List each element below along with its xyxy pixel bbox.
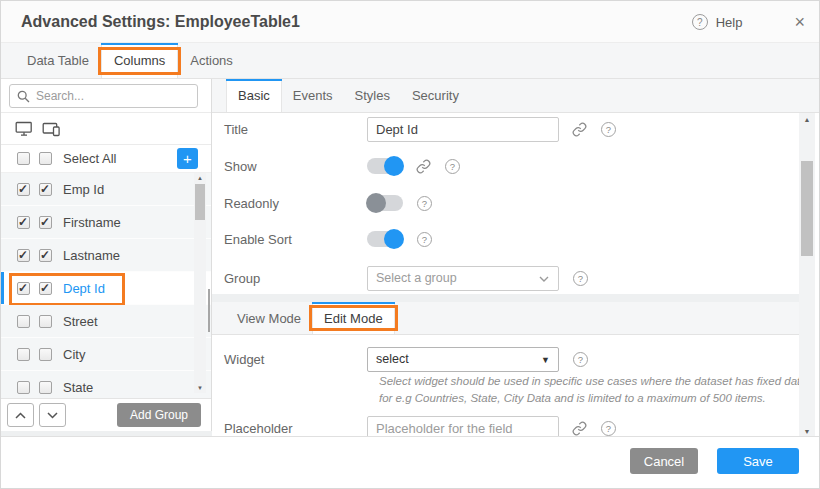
tab-view-mode[interactable]: View Mode	[226, 302, 312, 334]
column-row-city[interactable]: ✓ ✓ City	[1, 338, 211, 371]
show-label: Show	[224, 159, 367, 174]
widget-select-value: select	[376, 352, 409, 366]
web-checkbox[interactable]: ✓	[17, 282, 30, 295]
select-all-row[interactable]: ✓ ✓ Select All +	[1, 145, 211, 173]
help-icon[interactable]: ?	[417, 196, 432, 211]
close-icon[interactable]: ×	[794, 13, 805, 31]
advanced-settings-dialog: Advanced Settings: EmployeeTable1 ? Help…	[0, 0, 820, 489]
widget-help-text: Select widget should be used in specific…	[379, 373, 819, 408]
tab-edit-mode[interactable]: Edit Mode	[312, 302, 395, 334]
placeholder-input[interactable]	[367, 416, 559, 439]
help-icon[interactable]: ?	[692, 14, 708, 30]
help-icon[interactable]: ?	[417, 232, 432, 247]
enable-sort-toggle[interactable]	[367, 231, 403, 247]
move-down-button[interactable]	[39, 403, 66, 427]
column-label: State	[63, 380, 93, 395]
column-label: Firstname	[63, 215, 121, 230]
web-checkbox[interactable]: ✓	[17, 348, 30, 361]
scroll-up-icon[interactable]: ▲	[194, 175, 206, 181]
help-icon[interactable]: ?	[601, 122, 616, 137]
tab-events[interactable]: Events	[282, 79, 344, 112]
column-row-firstname[interactable]: ✓ ✓ Firstname	[1, 206, 211, 239]
panel-scrollbar[interactable]: ▲ ▼	[799, 113, 815, 438]
tab-label: Columns	[114, 53, 165, 68]
show-toggle[interactable]	[367, 158, 403, 174]
column-label: City	[63, 347, 85, 362]
sidebar-scrollbar[interactable]: ▲ ▼	[194, 173, 206, 393]
web-checkbox[interactable]: ✓	[17, 183, 30, 196]
group-label: Group	[224, 271, 367, 286]
column-row-state[interactable]: ✓ ✓ State	[1, 371, 211, 398]
sidebar-footer: Add Group	[1, 398, 211, 431]
column-row-street[interactable]: ✓ ✓ Street	[1, 305, 211, 338]
help-icon[interactable]: ?	[601, 421, 616, 436]
column-row-lastname[interactable]: ✓ ✓ Lastname	[1, 239, 211, 272]
help-icon[interactable]: ?	[573, 271, 588, 286]
search-field[interactable]	[9, 84, 198, 108]
column-settings-panel: Basic Events Styles Security Title ? Sho…	[212, 79, 819, 438]
mobile-checkbox[interactable]: ✓	[39, 183, 52, 196]
mobile-checkbox[interactable]: ✓	[39, 282, 52, 295]
scrollbar-thumb[interactable]	[195, 184, 205, 220]
web-checkbox[interactable]: ✓	[17, 315, 30, 328]
move-up-button[interactable]	[7, 403, 34, 427]
tab-actions[interactable]: Actions	[178, 43, 245, 78]
sidebar-thin-scrollbar[interactable]	[208, 289, 210, 332]
mobile-checkbox[interactable]: ✓	[39, 381, 52, 394]
scroll-up-icon[interactable]: ▲	[799, 116, 815, 123]
bind-link-icon[interactable]	[416, 159, 431, 174]
web-checkbox[interactable]: ✓	[17, 152, 30, 165]
help-icon[interactable]: ?	[573, 352, 588, 367]
bind-link-icon[interactable]	[572, 421, 587, 436]
section-divider	[212, 294, 803, 302]
bind-link-icon[interactable]	[572, 122, 587, 137]
chevron-down-icon	[539, 276, 549, 282]
scroll-down-icon[interactable]: ▼	[194, 385, 206, 391]
web-checkbox[interactable]: ✓	[17, 381, 30, 394]
tab-styles[interactable]: Styles	[344, 79, 401, 112]
web-checkbox[interactable]: ✓	[17, 216, 30, 229]
web-checkbox[interactable]: ✓	[17, 249, 30, 262]
widget-label: Widget	[224, 352, 367, 367]
tab-security[interactable]: Security	[401, 79, 470, 112]
tab-columns[interactable]: Columns	[101, 43, 178, 78]
readonly-toggle[interactable]	[367, 195, 403, 211]
tab-label: Events	[293, 88, 333, 103]
dialog-footer: Cancel Save	[1, 436, 819, 488]
readonly-label: Readonly	[224, 196, 367, 211]
scroll-down-icon[interactable]: ▼	[799, 428, 815, 435]
mobile-checkbox[interactable]: ✓	[39, 216, 52, 229]
mode-tab-bar: View Mode Edit Mode	[212, 302, 803, 335]
title-input[interactable]	[367, 117, 559, 142]
desktop-icon[interactable]	[15, 121, 33, 137]
mobile-checkbox[interactable]: ✓	[39, 249, 52, 262]
widget-select[interactable]: select ▼	[367, 347, 559, 372]
tab-label: Security	[412, 88, 459, 103]
search-icon	[17, 90, 30, 103]
search-input[interactable]	[36, 86, 193, 106]
group-select[interactable]: Select a group	[367, 266, 559, 291]
mobile-checkbox[interactable]: ✓	[39, 348, 52, 361]
tab-label: Data Table	[27, 53, 89, 68]
mobile-devices-icon[interactable]	[42, 121, 62, 137]
scrollbar-thumb[interactable]	[801, 161, 813, 256]
tab-basic[interactable]: Basic	[226, 79, 282, 112]
panel-scroll-area: Title ? Show ? Readonly ?	[212, 113, 819, 438]
column-row-dept-id[interactable]: ✓ ✓ Dept Id	[1, 272, 211, 305]
mobile-checkbox[interactable]: ✓	[39, 315, 52, 328]
column-row-emp-id[interactable]: ✓ ✓ Emp Id	[1, 173, 211, 206]
save-button[interactable]: Save	[717, 448, 799, 474]
add-group-button[interactable]: Add Group	[117, 403, 201, 427]
add-column-button[interactable]: +	[177, 148, 198, 169]
enable-sort-label: Enable Sort	[224, 232, 367, 247]
dialog-title: Advanced Settings: EmployeeTable1	[21, 13, 300, 31]
column-label: Lastname	[63, 248, 120, 263]
tab-data-table[interactable]: Data Table	[15, 43, 101, 78]
readonly-field-row: Readonly ?	[224, 190, 795, 216]
group-select-placeholder: Select a group	[376, 271, 457, 285]
help-link[interactable]: Help	[716, 15, 743, 30]
help-icon[interactable]: ?	[445, 159, 460, 174]
cancel-button[interactable]: Cancel	[630, 448, 698, 474]
mobile-checkbox[interactable]: ✓	[39, 152, 52, 165]
placeholder-label: Placeholder	[224, 421, 367, 436]
